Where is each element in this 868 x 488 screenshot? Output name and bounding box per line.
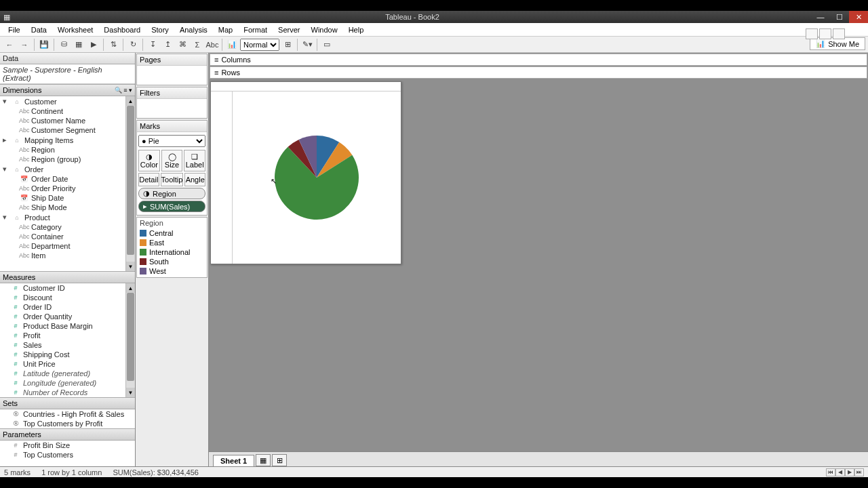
maximize-button[interactable]: ☐ [830, 11, 849, 23]
dimension-item[interactable]: AbcCustomer Segment [0, 125, 135, 135]
dimension-item[interactable]: AbcContainer [0, 232, 135, 241]
refresh-button[interactable]: ↻ [126, 39, 140, 51]
search-icon[interactable]: 🔍 ≡ ▾ [115, 87, 132, 94]
measure-item[interactable]: #Number of Records [0, 388, 135, 397]
abc-button[interactable]: Abc [205, 39, 219, 51]
scrollbar[interactable]: ▲ ▼ [125, 96, 135, 271]
forward-button[interactable]: → [18, 39, 31, 51]
filters-shelf[interactable]: Filters [136, 87, 208, 119]
scroll-down[interactable]: ▼ [126, 388, 135, 397]
highlight-button[interactable]: ✎▾ [300, 39, 314, 51]
color-card[interactable]: ◑Color [138, 150, 160, 171]
page-first[interactable]: ⏮ [826, 468, 835, 476]
save-button[interactable]: 💾 [37, 39, 51, 51]
page-prev[interactable]: ◀ [835, 468, 845, 476]
run-button[interactable]: ▶ [87, 39, 100, 51]
measure-item[interactable]: #Unit Price [0, 359, 135, 369]
angle-card[interactable]: Angle [184, 173, 205, 186]
autoupdate-button[interactable]: ▦ [72, 39, 85, 51]
dimension-item[interactable]: AbcCategory [0, 222, 135, 232]
sort-asc-button[interactable]: ↧ [146, 39, 159, 51]
size-card[interactable]: ◯Size [161, 150, 183, 171]
label-card[interactable]: ❏Label [184, 150, 205, 171]
menu-analysis[interactable]: Analysis [174, 24, 213, 35]
new-worksheet-button[interactable]: ▦ [256, 454, 271, 466]
menu-format[interactable]: Format [238, 24, 273, 35]
scroll-down[interactable]: ▼ [126, 262, 135, 271]
measure-item[interactable]: #Shipping Cost [0, 350, 135, 359]
view-cards-button[interactable] [806, 28, 818, 39]
mark-type-select[interactable]: ● Pie [138, 135, 205, 147]
dimension-item[interactable]: AbcRegion [0, 145, 135, 155]
dimension-item[interactable]: AbcShip Mode [0, 203, 135, 212]
scroll-up[interactable]: ▲ [126, 96, 135, 106]
legend-item[interactable]: East [140, 238, 204, 247]
visualization[interactable]: ↖ [210, 81, 401, 264]
legend-item[interactable]: West [140, 266, 204, 276]
menu-file[interactable]: File [3, 24, 26, 35]
pie-chart[interactable] [273, 134, 361, 222]
dimension-item[interactable]: ▾⌂Order [0, 164, 135, 174]
menu-data[interactable]: Data [26, 24, 52, 35]
fit-select[interactable]: Normal [240, 39, 279, 51]
dimension-item[interactable]: 📅Order Date [0, 174, 135, 184]
color-legend[interactable]: Region CentralEastInternationalSouthWest [136, 217, 208, 278]
set-item[interactable]: ⦿Countries - High Profit & Sales [0, 409, 135, 419]
menu-window[interactable]: Window [306, 24, 343, 35]
scroll-thumb[interactable] [127, 106, 134, 255]
scroll-thumb[interactable] [127, 293, 134, 381]
menu-dashboard[interactable]: Dashboard [98, 24, 146, 35]
page-last[interactable]: ⏭ [854, 468, 864, 476]
chart-type-button[interactable]: 📊 [225, 39, 239, 51]
measure-item[interactable]: #Latitude (generated) [0, 369, 135, 378]
minimize-button[interactable]: — [811, 11, 830, 23]
measure-item[interactable]: #Order Quantity [0, 312, 135, 321]
menu-story[interactable]: Story [146, 24, 174, 35]
totals-button[interactable]: Σ [191, 39, 204, 51]
menu-help[interactable]: Help [343, 24, 370, 35]
dimension-item[interactable]: ▾⌂Customer [0, 96, 135, 106]
menu-map[interactable]: Map [213, 24, 238, 35]
scroll-up[interactable]: ▲ [126, 283, 135, 293]
legend-item[interactable]: South [140, 257, 204, 266]
columns-shelf[interactable]: ≡Columns [210, 54, 867, 66]
tooltip-card[interactable]: Tooltip [161, 173, 184, 186]
measure-item[interactable]: #Profit [0, 331, 135, 340]
dimension-item[interactable]: AbcRegion (group) [0, 155, 135, 164]
dimension-item[interactable]: ▸⌂Mapping Items [0, 135, 135, 145]
measure-item[interactable]: #Order ID [0, 302, 135, 312]
dimension-item[interactable]: AbcOrder Priority [0, 184, 135, 193]
sort-desc-button[interactable]: ↥ [161, 39, 174, 51]
presentation-button[interactable]: ▭ [320, 39, 334, 51]
new-datasource-button[interactable]: ⛁ [57, 39, 71, 51]
menu-worksheet[interactable]: Worksheet [52, 24, 98, 35]
rows-shelf[interactable]: ≡Rows [210, 66, 867, 79]
pill-sum-sales[interactable]: ▸SUM(Sales) [138, 201, 205, 212]
dimension-item[interactable]: AbcDepartment [0, 241, 135, 251]
legend-item[interactable]: International [140, 247, 204, 257]
legend-item[interactable]: Central [140, 228, 204, 238]
pill-region[interactable]: ◑Region [138, 188, 205, 199]
measure-item[interactable]: #Product Base Margin [0, 321, 135, 331]
group-button[interactable]: ⌘ [176, 39, 189, 51]
view-grid-button[interactable] [819, 28, 831, 39]
measure-item[interactable]: #Sales [0, 340, 135, 350]
view-expand-button[interactable] [833, 28, 845, 39]
fix-axes-button[interactable]: ⊞ [281, 39, 294, 51]
measure-item[interactable]: #Customer ID [0, 283, 135, 293]
set-item[interactable]: ⦿Top Customers by Profit [0, 419, 135, 428]
pages-shelf[interactable]: Pages [136, 54, 208, 85]
datasource-name[interactable]: Sample - Superstore - English (Extract) [0, 64, 135, 84]
dimension-item[interactable]: AbcContinent [0, 106, 135, 116]
dimension-item[interactable]: 📅Ship Date [0, 193, 135, 203]
parameter-item[interactable]: #Top Customers [0, 450, 135, 460]
dimension-item[interactable]: AbcCustomer Name [0, 116, 135, 125]
close-button[interactable]: ✕ [849, 11, 868, 23]
scrollbar[interactable]: ▲ ▼ [125, 283, 135, 397]
detail-card[interactable]: Detail [138, 173, 159, 186]
dimension-item[interactable]: AbcItem [0, 251, 135, 260]
measure-item[interactable]: #Discount [0, 293, 135, 302]
parameter-item[interactable]: #Profit Bin Size [0, 441, 135, 450]
new-dashboard-button[interactable]: ⊞ [272, 454, 287, 466]
swap-button[interactable]: ⇅ [106, 39, 120, 51]
